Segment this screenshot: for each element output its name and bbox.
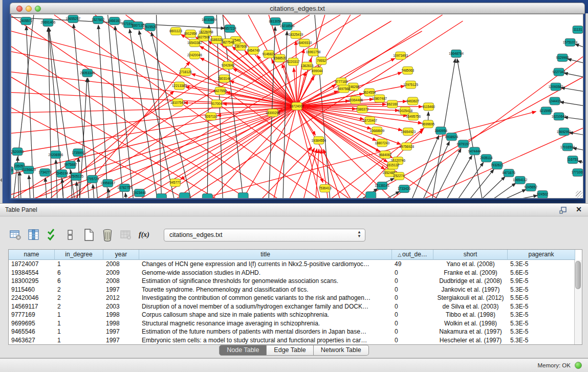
- table-row[interactable]: 1938455462009Genome-wide association stu…: [9, 269, 574, 277]
- network-node[interactable]: 7515526: [144, 23, 157, 31]
- splitter-collapse-icon[interactable]: [0, 178, 2, 182]
- column-header-pagerank[interactable]: pagerank: [508, 250, 575, 260]
- network-node[interactable]: 16495756: [406, 113, 421, 120]
- table-cell[interactable]: 2009: [103, 269, 139, 277]
- table-cell[interactable]: 1998: [103, 319, 139, 328]
- network-node[interactable]: 7536413: [318, 185, 332, 192]
- network-node[interactable]: 8186328: [210, 36, 224, 43]
- table-cell[interactable]: Investigating the contribution of common…: [139, 294, 392, 302]
- table-cell[interactable]: 2: [55, 286, 103, 294]
- table-cell[interactable]: 2008: [103, 277, 139, 286]
- table-cell[interactable]: 49: [392, 260, 433, 269]
- table-cell[interactable]: Tibbo et al. (1998): [433, 311, 508, 319]
- network-node[interactable]: 20691406: [40, 18, 55, 26]
- table-cell[interactable]: Estimation of the future numbers of pati…: [139, 327, 392, 336]
- table-cell[interactable]: de Silva et al. (2003): [433, 302, 508, 311]
- left-splitter[interactable]: [0, 0, 3, 203]
- table-cell[interactable]: 2008: [103, 260, 139, 269]
- network-node[interactable]: [238, 193, 248, 198]
- float-window-icon[interactable]: [559, 206, 568, 214]
- network-node[interactable]: 9975887: [64, 161, 77, 169]
- network-node[interactable]: 16409310: [297, 39, 312, 47]
- network-node[interactable]: 7932621: [491, 162, 504, 169]
- network-node[interactable]: 12213383: [172, 82, 187, 90]
- network-node[interactable]: 6879197: [457, 140, 470, 148]
- table-cell[interactable]: 0: [392, 269, 433, 277]
- column-header-year[interactable]: year: [103, 250, 139, 260]
- table-cell[interactable]: 18724007: [9, 260, 55, 269]
- network-node[interactable]: 15751074: [563, 38, 578, 46]
- table-row[interactable]: 1872400712008Changes of HCN gene express…: [9, 260, 574, 269]
- table-cell[interactable]: 9465546: [9, 327, 55, 336]
- right-splitter[interactable]: [585, 13, 588, 203]
- table-cell[interactable]: 2012: [103, 294, 139, 302]
- network-node[interactable]: 252274: [394, 172, 405, 180]
- table-cell[interactable]: 5.3E-5: [508, 319, 574, 328]
- network-node[interactable]: 8912954: [184, 30, 198, 37]
- network-node[interactable]: 1734277: [38, 169, 52, 177]
- delete-column-icon[interactable]: [100, 228, 114, 242]
- table-cell[interactable]: 0: [392, 286, 433, 294]
- network-node[interactable]: 9329966: [556, 54, 569, 61]
- network-node[interactable]: 22420046: [187, 51, 202, 59]
- network-node[interactable]: 917004: [211, 100, 222, 107]
- table-cell[interactable]: 5.3E-5: [508, 327, 574, 336]
- table-cell[interactable]: 9463627: [9, 336, 55, 345]
- table-cell[interactable]: 1: [55, 311, 103, 319]
- network-node[interactable]: 945777: [170, 179, 181, 187]
- table-row[interactable]: 2242004622012Investigating the contribut…: [9, 294, 574, 302]
- table-cell[interactable]: 5.3E-5: [508, 260, 574, 269]
- network-node[interactable]: 16720407: [362, 117, 377, 124]
- network-node[interactable]: 16648784: [449, 50, 464, 57]
- network-node[interactable]: 9699695: [422, 120, 435, 128]
- table-cell[interactable]: Dudbridge et al. (2008): [433, 277, 508, 286]
- select-all-rows-icon[interactable]: [45, 228, 59, 242]
- table-cell[interactable]: Jankovic et al. (1997): [433, 286, 508, 294]
- network-node[interactable]: 12975125: [403, 81, 418, 89]
- network-node[interactable]: 10973493: [393, 52, 408, 59]
- table-cell[interactable]: 9115460: [9, 286, 55, 294]
- table-cell[interactable]: 0: [392, 336, 433, 345]
- table-cell[interactable]: 1997: [103, 286, 139, 294]
- table-cell[interactable]: 1: [55, 260, 103, 269]
- table-cell[interactable]: 0: [392, 319, 433, 328]
- network-node[interactable]: 28053346: [80, 69, 95, 77]
- network-node[interactable]: 1588520: [273, 54, 287, 62]
- network-node[interactable]: 8215953: [540, 107, 553, 115]
- network-node[interactable]: 862160: [387, 100, 398, 108]
- network-node[interactable]: 1615132: [386, 162, 400, 169]
- table-cell[interactable]: Hescheler et al. (1997): [433, 336, 508, 345]
- network-node[interactable]: 16782759: [117, 184, 132, 192]
- close-panel-icon[interactable]: ✕: [576, 205, 582, 213]
- network-node[interactable]: [202, 194, 212, 198]
- table-cell[interactable]: Yano et al. (2008): [433, 260, 508, 269]
- table-cell[interactable]: Franke et al. (2009): [433, 269, 508, 277]
- network-node[interactable]: 7386372: [356, 105, 369, 113]
- new-column-icon[interactable]: [82, 228, 96, 242]
- tab-node-table[interactable]: Node Table: [219, 345, 267, 356]
- table-row[interactable]: 1830029562008Estimation of significance …: [9, 277, 574, 286]
- network-node[interactable]: [179, 193, 189, 198]
- network-node[interactable]: 1640954: [434, 127, 448, 135]
- table-cell[interactable]: 5.3E-5: [508, 302, 574, 311]
- table-cell[interactable]: 0: [392, 302, 433, 311]
- table-options-icon[interactable]: [8, 228, 22, 242]
- table-cell[interactable]: 2: [55, 302, 103, 311]
- table-cell[interactable]: 5.3E-5: [508, 286, 574, 294]
- network-view-window[interactable]: citations_edges.txt 18724007977716997462…: [10, 3, 585, 200]
- network-node[interactable]: 1733426: [398, 185, 411, 193]
- network-node[interactable]: 9242848: [222, 61, 235, 69]
- delete-table-icon[interactable]: [119, 228, 133, 242]
- network-node[interactable]: 10807487: [372, 95, 387, 102]
- resize-handle-icon[interactable]: [576, 191, 582, 198]
- table-cell[interactable]: 19384554: [9, 269, 55, 277]
- table-cell[interactable]: Estimation of significance thresholds fo…: [139, 277, 392, 286]
- table-cell[interactable]: 6: [55, 277, 103, 286]
- network-node[interactable]: 9827548: [222, 38, 235, 46]
- network-node[interactable]: 19384554: [312, 137, 326, 144]
- network-node[interactable]: 1527602: [92, 16, 105, 24]
- network-node[interactable]: 1244415: [548, 97, 561, 105]
- network-node[interactable]: 8471676: [503, 169, 516, 177]
- network-node[interactable]: 116753: [567, 156, 578, 164]
- table-selector-dropdown[interactable]: citations_edges.txt ▲▼: [164, 229, 365, 242]
